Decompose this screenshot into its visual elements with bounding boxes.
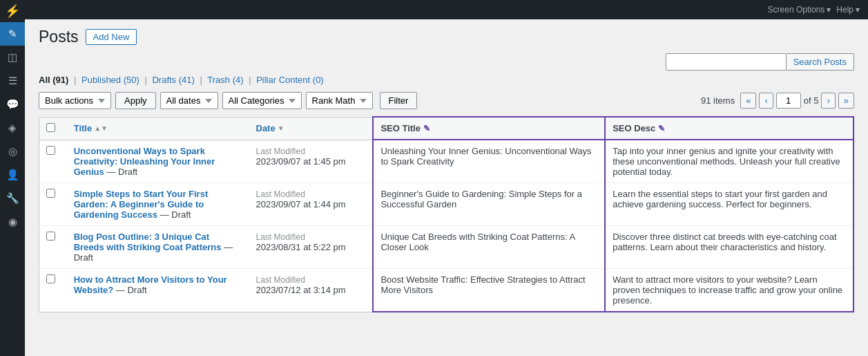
- apply-button[interactable]: Apply: [115, 92, 156, 109]
- post-title-link[interactable]: How to Attract More Visitors to Your Web…: [74, 274, 227, 295]
- filter-links: All (91) | Published (50) | Drafts (41) …: [39, 75, 854, 85]
- topbar: Screen Options ▾ Help ▾: [25, 0, 868, 19]
- seo-title-header-label: SEO Title: [380, 123, 421, 133]
- date-value: 2023/09/07 at 1:44 pm: [256, 199, 346, 209]
- last-page-button[interactable]: »: [838, 93, 854, 109]
- sep-4: |: [249, 75, 251, 85]
- row-seo-title-cell: Boost Website Traffic: Effective Strateg…: [373, 269, 605, 312]
- page-title: Posts: [39, 28, 79, 46]
- row-seo-title-cell: Unleashing Your Inner Genius: Unconventi…: [373, 140, 605, 183]
- filter-published[interactable]: Published (50): [81, 75, 139, 85]
- add-new-button[interactable]: Add New: [86, 29, 137, 45]
- post-title-link[interactable]: Unconventional Ways to Spark Creativity:…: [74, 146, 215, 177]
- row-checkbox-cell: [39, 183, 67, 226]
- seo-desc-value: Tap into your inner genius and ignite yo…: [613, 146, 840, 177]
- sidebar-item-users[interactable]: 👤: [0, 163, 25, 187]
- row-seo-desc-cell: Want to attract more visitors to your we…: [605, 269, 853, 312]
- post-title-link[interactable]: Blog Post Outline: 3 Unique Cat Breeds w…: [74, 232, 222, 252]
- table-row: Unconventional Ways to Spark Creativity:…: [39, 140, 854, 183]
- sidebar-item-media[interactable]: ◫: [0, 46, 25, 69]
- pagination: 91 items « ‹ of 5 › »: [701, 93, 854, 109]
- screen-options-label: Screen Options: [768, 5, 825, 15]
- dates-select[interactable]: All dates: [160, 92, 218, 109]
- date-sort-icon: ▼: [278, 124, 284, 132]
- row-checkbox[interactable]: [46, 146, 55, 155]
- filter-pillar-content[interactable]: Pillar Content (0): [256, 75, 324, 85]
- title-sort-link[interactable]: Title ▲▼: [74, 123, 242, 133]
- table-header-row: Title ▲▼ Date ▼ SEO Title ✎: [39, 117, 854, 140]
- row-date-cell: Last Modified 2023/08/31 at 5:22 pm: [249, 226, 374, 269]
- filter-button[interactable]: Filter: [380, 92, 418, 109]
- row-seo-desc-cell: Discover three distinct cat breeds with …: [605, 226, 853, 269]
- seo-title-edit-icon[interactable]: ✎: [423, 124, 430, 133]
- search-posts-button[interactable]: Search Posts: [787, 53, 854, 71]
- row-checkbox[interactable]: [46, 189, 55, 198]
- sep-2: |: [144, 75, 146, 85]
- post-status: — Draft: [160, 209, 191, 220]
- date-label: Last Modified: [256, 189, 305, 199]
- screen-options-button[interactable]: Screen Options ▾: [768, 5, 831, 15]
- sidebar-item-pages[interactable]: ☰: [0, 69, 25, 93]
- prev-page-button[interactable]: ‹: [759, 93, 773, 109]
- th-date: Date ▼: [249, 117, 374, 140]
- sep-3: |: [200, 75, 202, 85]
- page-input[interactable]: [776, 93, 801, 109]
- content-area: Posts Add New Search Posts All (91) | Pu…: [25, 19, 868, 326]
- help-button[interactable]: Help ▾: [836, 5, 860, 15]
- row-title-cell: Blog Post Outline: 3 Unique Cat Breeds w…: [67, 226, 249, 269]
- post-status: — Draft: [106, 167, 137, 177]
- filter-drafts[interactable]: Drafts (41): [152, 75, 194, 85]
- help-chevron-icon: ▾: [856, 5, 860, 15]
- seo-desc-value: Learn the essential steps to start your …: [613, 189, 827, 209]
- row-seo-desc-cell: Tap into your inner genius and ignite yo…: [605, 140, 853, 183]
- rank-math-select[interactable]: Rank Math: [306, 92, 373, 109]
- row-title-cell: How to Attract More Visitors to Your Web…: [67, 269, 249, 312]
- sidebar-item-posts[interactable]: ✎: [0, 22, 25, 46]
- th-checkbox: [39, 117, 67, 140]
- row-checkbox-cell: [39, 226, 67, 269]
- sidebar-item-analytics[interactable]: ◈: [0, 116, 25, 140]
- select-all-checkbox[interactable]: [46, 123, 55, 132]
- main-content: Screen Options ▾ Help ▾ Posts Add New Se…: [25, 0, 868, 356]
- row-checkbox[interactable]: [46, 232, 55, 241]
- categories-select[interactable]: All Categories: [222, 92, 302, 109]
- table-row: Blog Post Outline: 3 Unique Cat Breeds w…: [39, 226, 854, 269]
- date-sort-link[interactable]: Date ▼: [256, 123, 366, 133]
- date-label: Last Modified: [256, 275, 305, 285]
- bulk-actions-select[interactable]: Bulk actions: [39, 92, 111, 109]
- sidebar-item-seo[interactable]: ◎: [0, 140, 25, 163]
- title-sort-icon: ▲▼: [94, 124, 108, 132]
- search-input[interactable]: [666, 53, 787, 71]
- row-checkbox[interactable]: [46, 274, 55, 283]
- toolbar-row: Bulk actions Apply All dates All Categor…: [39, 92, 854, 109]
- sidebar-item-tools[interactable]: 🔧: [0, 187, 25, 210]
- th-title: Title ▲▼: [67, 117, 249, 140]
- row-seo-desc-cell: Learn the essential steps to start your …: [605, 183, 853, 226]
- filter-all[interactable]: All (91): [39, 75, 68, 85]
- filter-trash[interactable]: Trash (4): [207, 75, 243, 85]
- date-value: 2023/09/07 at 1:45 pm: [256, 156, 346, 167]
- sidebar-item-comments[interactable]: 💬: [0, 93, 25, 116]
- title-header-label: Title: [74, 123, 93, 133]
- items-count: 91 items: [701, 95, 735, 106]
- first-page-button[interactable]: «: [740, 93, 756, 109]
- date-label: Last Modified: [256, 232, 305, 242]
- date-value: 2023/07/12 at 3:14 pm: [256, 285, 346, 295]
- table-row: Simple Steps to Start Your First Garden:…: [39, 183, 854, 226]
- sidebar-logo: ⚡: [0, 0, 25, 22]
- th-seo-desc: SEO Desc ✎: [605, 117, 853, 140]
- seo-desc-edit-icon[interactable]: ✎: [658, 124, 665, 133]
- next-page-button[interactable]: ›: [821, 93, 835, 109]
- screen-options-chevron-icon: ▾: [827, 5, 831, 15]
- seo-desc-value: Want to attract more visitors to your we…: [613, 274, 842, 306]
- date-header-label: Date: [256, 123, 276, 133]
- table-row: How to Attract More Visitors to Your Web…: [39, 269, 854, 312]
- seo-title-value: Beginner's Guide to Gardening: Simple St…: [380, 189, 582, 209]
- date-label: Last Modified: [256, 147, 305, 156]
- row-title-cell: Unconventional Ways to Spark Creativity:…: [67, 140, 249, 183]
- help-label: Help: [836, 5, 853, 15]
- row-checkbox-cell: [39, 269, 67, 312]
- sidebar-item-more[interactable]: ◉: [0, 210, 25, 234]
- row-checkbox-cell: [39, 140, 67, 183]
- row-date-cell: Last Modified 2023/09/07 at 1:45 pm: [249, 140, 374, 183]
